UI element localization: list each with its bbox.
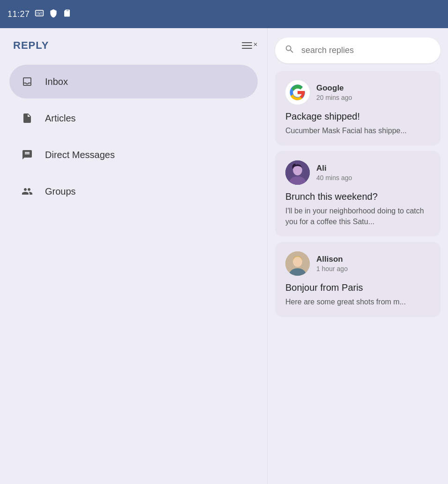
sender-name-ali: Ali bbox=[316, 164, 352, 173]
keyboard-icon bbox=[35, 8, 44, 20]
sender-info-ali: Ali 40 mins ago bbox=[316, 164, 352, 182]
sender-name-allison: Allison bbox=[316, 255, 348, 264]
search-icon bbox=[284, 44, 295, 57]
svg-rect-7 bbox=[41, 14, 42, 15]
sender-info-google: Google 20 mins ago bbox=[316, 83, 352, 101]
card-header-google: Google 20 mins ago bbox=[285, 80, 430, 105]
svg-rect-1 bbox=[37, 12, 37, 13]
msg-preview-allison: Here are some great shots from m... bbox=[285, 297, 430, 307]
sender-time-allison: 1 hour ago bbox=[316, 265, 348, 272]
shield-icon bbox=[49, 8, 58, 20]
sidebar-item-articles[interactable]: Articles bbox=[9, 101, 258, 135]
status-time: 11:27 bbox=[7, 9, 30, 19]
msg-preview-google: Cucumber Mask Facial has shippe... bbox=[285, 126, 430, 136]
hamburger-close-button[interactable] bbox=[240, 40, 254, 51]
msg-subject-ali: Brunch this weekend? bbox=[285, 191, 430, 202]
message-card-allison[interactable]: Allison 1 hour ago Bonjour from Paris He… bbox=[275, 242, 441, 317]
sidebar-item-inbox-label: Inbox bbox=[45, 76, 68, 87]
main-container: REPLY Inbox Articles bbox=[0, 28, 448, 484]
message-card-google[interactable]: Google 20 mins ago Package shipped! Cucu… bbox=[275, 71, 441, 145]
sidebar-item-groups[interactable]: Groups bbox=[9, 174, 258, 208]
sdcard-icon bbox=[63, 8, 71, 20]
sidebar-item-articles-label: Articles bbox=[45, 113, 76, 124]
sender-info-allison: Allison 1 hour ago bbox=[316, 255, 348, 272]
sidebar: REPLY Inbox Articles bbox=[0, 28, 267, 484]
avatar-google bbox=[285, 80, 310, 105]
articles-icon bbox=[19, 110, 36, 127]
svg-rect-6 bbox=[38, 14, 40, 15]
direct-messages-icon bbox=[19, 146, 36, 163]
groups-icon bbox=[19, 183, 36, 200]
sidebar-item-dm-label: Direct Messages bbox=[45, 150, 115, 160]
status-icons bbox=[35, 8, 71, 20]
message-card-ali[interactable]: Ali 40 mins ago Brunch this weekend? I'l… bbox=[275, 151, 441, 236]
svg-rect-3 bbox=[39, 12, 40, 13]
card-header-ali: Ali 40 mins ago bbox=[285, 160, 430, 185]
search-input[interactable] bbox=[301, 45, 431, 55]
inbox-icon bbox=[19, 73, 36, 90]
svg-rect-4 bbox=[41, 12, 42, 13]
svg-rect-0 bbox=[35, 10, 43, 16]
sidebar-item-groups-label: Groups bbox=[45, 186, 76, 197]
sidebar-item-direct-messages[interactable]: Direct Messages bbox=[9, 138, 258, 172]
svg-rect-2 bbox=[38, 12, 39, 13]
search-bar[interactable] bbox=[275, 38, 441, 63]
card-header-allison: Allison 1 hour ago bbox=[285, 251, 430, 276]
avatar-ali bbox=[285, 160, 310, 185]
svg-point-14 bbox=[293, 257, 302, 267]
status-bar: 11:27 bbox=[0, 0, 448, 28]
msg-preview-ali: I'll be in your neighborhood doing to ca… bbox=[285, 206, 430, 227]
sender-name-google: Google bbox=[316, 83, 352, 93]
right-panel: Google 20 mins ago Package shipped! Cucu… bbox=[267, 28, 448, 484]
sender-time-ali: 40 mins ago bbox=[316, 174, 352, 182]
app-title: REPLY bbox=[13, 39, 49, 52]
avatar-allison bbox=[285, 251, 310, 276]
sidebar-header: REPLY bbox=[9, 39, 258, 52]
sidebar-item-inbox[interactable]: Inbox bbox=[9, 65, 258, 98]
msg-subject-google: Package shipped! bbox=[285, 111, 430, 122]
sender-time-google: 20 mins ago bbox=[316, 94, 352, 101]
svg-rect-5 bbox=[37, 14, 37, 15]
msg-subject-allison: Bonjour from Paris bbox=[285, 282, 430, 293]
